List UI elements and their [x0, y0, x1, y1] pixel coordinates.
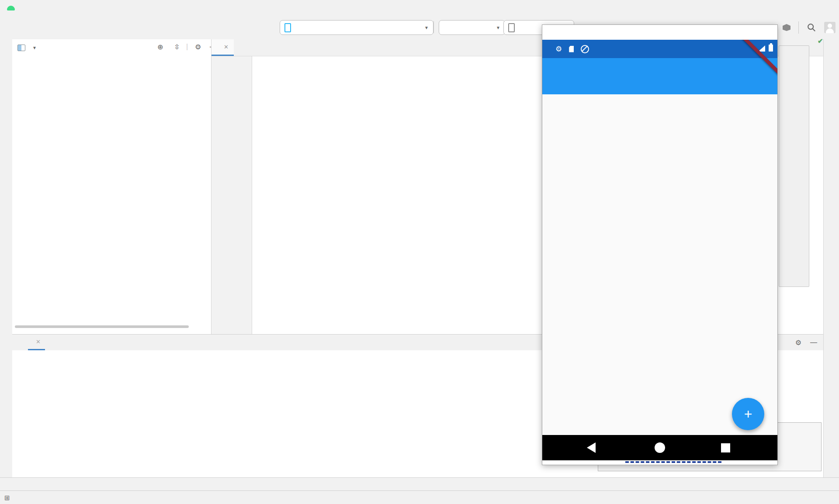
android-nav-bar	[542, 435, 777, 460]
profile-avatar[interactable]	[824, 22, 836, 33]
chevron-down-icon: ▼	[496, 25, 500, 30]
horizontal-scrollbar[interactable]	[15, 325, 189, 328]
emulator-side-toolbar	[779, 45, 809, 287]
toolwindow-toggle-icon[interactable]: ⊞	[4, 494, 10, 502]
close-icon[interactable]: ✕	[224, 44, 229, 50]
no-signal-icon	[581, 45, 589, 53]
locate-file-icon[interactable]: ⊕	[157, 43, 163, 51]
inspections-ok-icon[interactable]: ✔	[818, 37, 823, 45]
toolbar-right-actions	[783, 16, 836, 39]
project-panel-header: ▼ ⊕ ⇳ | ⚙ —	[12, 39, 211, 56]
project-tool-icon	[17, 45, 25, 51]
android-studio-logo-icon	[7, 6, 15, 10]
back-button[interactable]	[587, 442, 596, 453]
plus-icon: +	[744, 406, 752, 422]
counter-block	[542, 243, 777, 246]
status-bar: ⊞	[0, 490, 839, 504]
toolbar-divider	[798, 21, 799, 34]
close-icon[interactable]: ✕	[36, 338, 41, 345]
occluded-link-fragment	[625, 461, 721, 463]
gear-icon: ⚙	[555, 45, 562, 54]
increment-fab-button[interactable]: +	[732, 398, 764, 430]
gear-icon[interactable]: ⚙	[195, 43, 201, 51]
editor-tab-main-dart[interactable]: ✕	[211, 39, 234, 56]
sdk-manager-icon[interactable]	[783, 24, 790, 31]
search-icon[interactable]	[807, 23, 816, 32]
project-panel: ▼ ⊕ ⇳ | ⚙ —	[12, 39, 211, 334]
phone-icon	[284, 23, 291, 32]
device-icon	[508, 23, 515, 32]
tool-window-bar	[0, 477, 839, 491]
android-status-bar: ⚙	[542, 40, 777, 58]
flutter-app-bar	[542, 58, 777, 94]
device-selector[interactable]: ▼	[280, 20, 433, 35]
sdcard-icon	[569, 46, 574, 52]
run-config-selector[interactable]: ▼	[439, 20, 505, 35]
flutter-app-body: +	[542, 94, 777, 435]
gear-icon[interactable]: ⚙	[795, 338, 801, 347]
chevron-down-icon: ▼	[32, 45, 37, 50]
toolbar-divider	[433, 21, 434, 33]
android-studio-window: ▼ ▼ ▼ ⊕ ⇳ | ⚙ —	[0, 0, 839, 504]
wifi-icon	[758, 45, 765, 52]
messages-toolbar: ⚙ —	[795, 335, 817, 350]
chevron-down-icon: ▼	[424, 25, 429, 30]
home-button[interactable]	[655, 442, 665, 453]
hide-panel-icon[interactable]: —	[810, 338, 817, 346]
messages-tab-flutter[interactable]: ✕	[28, 335, 45, 350]
emulator-window: ⚙ +	[542, 24, 778, 465]
right-tool-stripe: ✔	[823, 39, 839, 490]
editor-gutter	[211, 56, 252, 335]
recents-button[interactable]	[721, 443, 730, 452]
left-tool-stripe	[0, 39, 13, 490]
header-divider: |	[186, 43, 188, 51]
battery-icon	[769, 45, 773, 52]
emulator-title-bar[interactable]	[542, 25, 777, 40]
collapse-all-icon[interactable]: ⇳	[174, 43, 180, 51]
emulator-bottom-strip	[542, 460, 777, 465]
status-right-icons	[758, 45, 773, 52]
title-bar	[0, 0, 839, 16]
